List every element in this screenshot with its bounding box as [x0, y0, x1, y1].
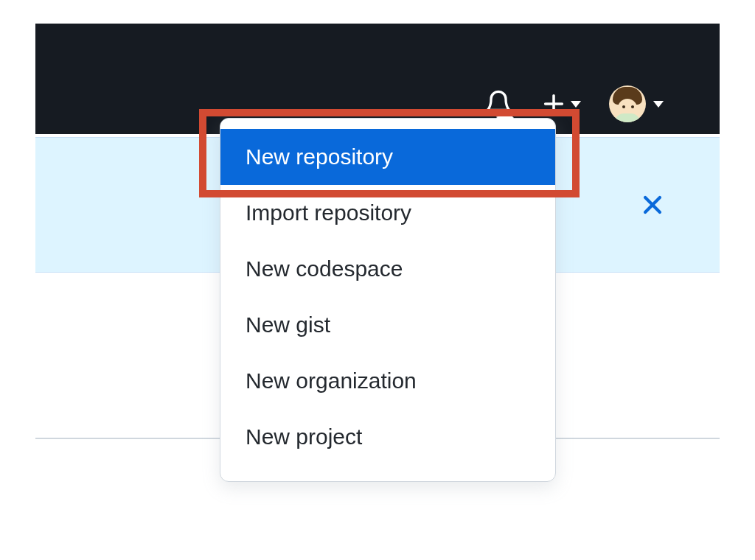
- menu-item-new-project[interactable]: New project: [220, 409, 555, 465]
- create-new-button[interactable]: [541, 91, 581, 116]
- menu-item-import-repository[interactable]: Import repository: [220, 185, 555, 241]
- user-menu-button[interactable]: [609, 85, 664, 122]
- create-new-dropdown: New repository Import repository New cod…: [220, 118, 556, 482]
- caret-down-icon: [653, 101, 664, 108]
- menu-item-new-codespace[interactable]: New codespace: [220, 241, 555, 297]
- avatar: [609, 85, 646, 122]
- plus-icon: [541, 91, 566, 116]
- menu-item-new-organization[interactable]: New organization: [220, 353, 555, 409]
- banner-dismiss-button[interactable]: [640, 192, 665, 220]
- close-icon: [640, 192, 665, 217]
- caret-down-icon: [571, 101, 581, 108]
- menu-item-new-gist[interactable]: New gist: [220, 297, 555, 353]
- menu-item-new-repository[interactable]: New repository: [220, 129, 555, 185]
